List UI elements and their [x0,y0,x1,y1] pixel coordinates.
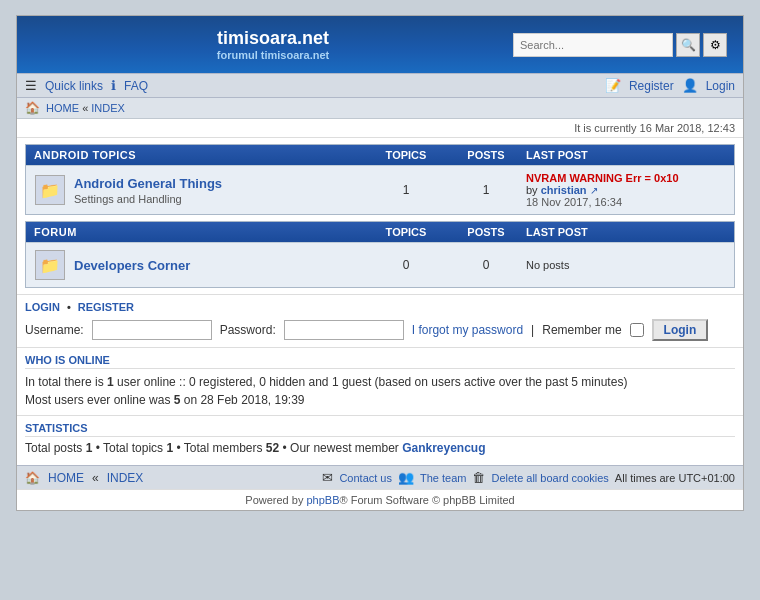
username-label: Username: [25,323,84,337]
newest-member-link[interactable]: Gankreyencug [402,441,485,455]
who-online-section: WHO IS ONLINE In total there is 1 user o… [17,347,743,415]
header: timisoara.net forumul timisoara.net 🔍 ⚙ [17,16,743,73]
current-time: It is currently 16 Mar 2018, 12:43 [574,122,735,134]
total-members-val: 52 [266,441,279,455]
newest-member-label: Our newest member [290,441,399,455]
footer-home[interactable]: HOME [48,471,84,485]
android-col-posts: POSTS [446,149,526,161]
forum-section: FORUM TOPICS POSTS LAST POST 📁 Developer… [25,221,735,288]
dev-forum-row: 📁 Developers Corner 0 0 No posts [26,242,734,287]
breadcrumb: 🏠 HOME « INDEX [17,98,743,119]
statistics-text: Total posts 1 • Total topics 1 • Total m… [25,441,735,455]
login-label: LOGIN [25,301,60,313]
dev-lastpost-title: No posts [526,259,569,271]
nav-right: 📝 Register 👤 Login [605,78,735,93]
android-lastpost-date: 18 Nov 2017, 16:34 [526,196,726,208]
android-section: ANDROID TOPICS TOPICS POSTS LAST POST 📁 … [25,144,735,215]
android-forum-name[interactable]: Android General Things [74,176,222,191]
password-input[interactable] [284,320,404,340]
android-lastpost-cell: NVRAM WARNING Err = 0x10 by christian ↗ … [526,172,726,208]
footer-index[interactable]: INDEX [107,471,144,485]
site-title-block: timisoara.net forumul timisoara.net [33,28,513,61]
bottom-credit: Powered by phpBB® Forum Software © phpBB… [17,489,743,510]
total-members-label: Total members [184,441,263,455]
phpbb-link[interactable]: phpBB [306,494,339,506]
dev-posts-count: 0 [446,258,526,272]
total-topics-val: 1 [166,441,173,455]
footer-left: 🏠 HOME « INDEX [25,471,143,485]
login-title: LOGIN • REGISTER [25,301,735,313]
breadcrumb-index[interactable]: INDEX [91,102,125,114]
footer-contact[interactable]: Contact us [339,472,392,484]
site-title: timisoara.net [33,28,513,49]
forum-col-topics: TOPICS [366,226,446,238]
password-label: Password: [220,323,276,337]
search-input[interactable] [513,33,673,57]
forum-info: Android General Things Settings and Hand… [74,176,366,205]
android-col-lastpost: LAST POST [526,149,726,161]
android-lastpost-author[interactable]: christian [541,184,587,196]
android-header-label: ANDROID TOPICS [34,149,366,161]
android-forum-row: 📁 Android General Things Settings and Ha… [26,165,734,214]
forum-header-label: FORUM [34,226,366,238]
android-forum-desc: Settings and Handling [74,193,366,205]
forum-col-posts: POSTS [446,226,526,238]
search-area: 🔍 ⚙ [513,33,727,57]
footer-timezone: All times are UTC+01:00 [615,472,735,484]
dev-folder-icon: 📁 [40,256,60,275]
powered-by: Powered by phpBB® Forum Software © phpBB… [245,494,514,506]
dev-forum-icon-img: 📁 [35,250,65,280]
footer-team[interactable]: The team [420,472,466,484]
dev-forum-icon: 📁 [34,249,66,281]
register-label[interactable]: REGISTER [78,301,134,313]
username-input[interactable] [92,320,212,340]
site-subtitle: forumul timisoara.net [33,49,513,61]
pipe-separator: | [531,323,534,337]
time-bar: It is currently 16 Mar 2018, 12:43 [17,119,743,138]
forum-icon: 📁 [34,174,66,206]
faq-link[interactable]: FAQ [124,79,148,93]
advanced-search-button[interactable]: ⚙ [703,33,727,57]
online-line1: In total there is 1 user online :: 0 reg… [25,373,735,391]
quick-links-link[interactable]: Quick links [45,79,103,93]
login-section: LOGIN • REGISTER Username: Password: I f… [17,294,743,347]
dev-topics-count: 0 [366,258,446,272]
folder-icon: 📁 [40,181,60,200]
total-posts-label: Total posts [25,441,82,455]
forum-section-header: FORUM TOPICS POSTS LAST POST [26,222,734,242]
online-line2: Most users ever online was 5 on 28 Feb 2… [25,391,735,409]
dev-lastpost-cell: No posts [526,259,726,271]
login-link[interactable]: Login [706,79,735,93]
android-lastpost-author-line: by christian ↗ [526,184,726,196]
android-lastpost-title[interactable]: NVRAM WARNING Err = 0x10 [526,172,726,184]
remember-label: Remember me [542,323,621,337]
navbar: ☰ Quick links ℹ FAQ 📝 Register 👤 Login [17,73,743,98]
statistics-section: STATISTICS Total posts 1 • Total topics … [17,415,743,461]
dev-forum-name[interactable]: Developers Corner [74,258,190,273]
register-link[interactable]: Register [629,79,674,93]
dev-forum-info: Developers Corner [74,258,366,273]
search-button[interactable]: 🔍 [676,33,700,57]
android-topics-count: 1 [366,183,446,197]
remember-checkbox[interactable] [630,323,644,337]
footer-delete-cookies[interactable]: Delete all board cookies [491,472,608,484]
footer-nav: 🏠 HOME « INDEX ✉ Contact us 👥 The team 🗑… [17,465,743,489]
forum-col-lastpost: LAST POST [526,226,726,238]
android-lastpost-by: by [526,184,538,196]
login-button[interactable]: Login [652,319,709,341]
statistics-title: STATISTICS [25,422,735,437]
android-col-topics: TOPICS [366,149,446,161]
forum-icon-img: 📁 [35,175,65,205]
page-wrapper: timisoara.net forumul timisoara.net 🔍 ⚙ … [16,15,744,511]
breadcrumb-home[interactable]: HOME [46,102,79,114]
login-form: Username: Password: I forgot my password… [25,319,735,341]
forgot-password-link[interactable]: I forgot my password [412,323,523,337]
who-online-title: WHO IS ONLINE [25,354,735,369]
footer-right: ✉ Contact us 👥 The team 🗑 Delete all boa… [322,470,735,485]
nav-left: ☰ Quick links ℹ FAQ [25,78,148,93]
total-topics-label: Total topics [103,441,163,455]
login-separator: • [67,301,71,313]
android-posts-count: 1 [446,183,526,197]
android-section-header: ANDROID TOPICS TOPICS POSTS LAST POST [26,145,734,165]
total-posts-val: 1 [86,441,93,455]
